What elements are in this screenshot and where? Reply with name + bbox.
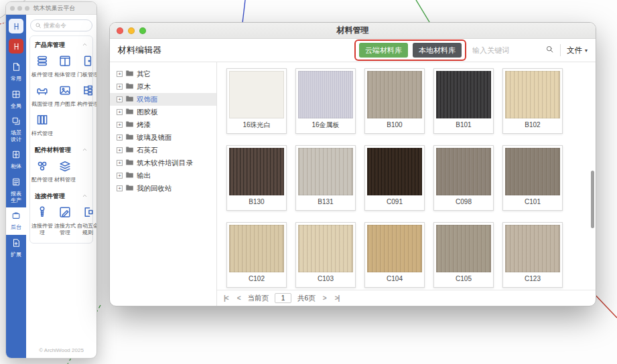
- expand-icon[interactable]: [117, 96, 123, 102]
- sidebar-item-label: 连接方式管理: [54, 223, 76, 236]
- material-card[interactable]: B100: [364, 68, 425, 134]
- material-card[interactable]: B130: [226, 145, 287, 211]
- sidebar-item-材料管理[interactable]: 材料管理: [54, 159, 76, 183]
- tree-item-石英石[interactable]: 石英石: [110, 144, 216, 157]
- section-header[interactable]: 连接件管理: [30, 187, 92, 202]
- next-page-button[interactable]: >: [322, 294, 328, 302]
- command-search-box[interactable]: [30, 19, 92, 31]
- sidebar-item-label: 自动五金规则: [76, 223, 97, 236]
- tree-item-我的回收站[interactable]: 我的回收站: [110, 182, 216, 195]
- tree-item-原木[interactable]: 原木: [110, 80, 216, 93]
- sidebar-item-配件管理[interactable]: 配件管理: [31, 159, 54, 183]
- material-card[interactable]: B101: [433, 68, 494, 134]
- sidebar-item-构件管理[interactable]: 构件管理: [76, 84, 97, 108]
- desktop-canvas: 筑木筑巢云平台 常用全局场景设计柜体报表生产后台扩展 产品库管理板件管理柜体管理…: [0, 0, 617, 364]
- expand-icon[interactable]: [117, 160, 123, 166]
- keyword-search-input[interactable]: [472, 46, 543, 54]
- material-card[interactable]: C105: [433, 222, 494, 288]
- rail-item-后台[interactable]: 后台: [6, 207, 26, 235]
- material-card[interactable]: C098: [433, 145, 494, 211]
- tree-item-双饰面[interactable]: 双饰面: [110, 93, 216, 106]
- current-page-label: 当前页: [247, 294, 269, 303]
- rail-item-全局[interactable]: 全局: [6, 86, 26, 114]
- rail-item-柜体[interactable]: 柜体: [6, 147, 26, 174]
- rail-item-label: 柜体: [10, 163, 22, 170]
- keyword-search-box[interactable]: [472, 44, 554, 56]
- extension-icon: [11, 238, 21, 250]
- rail-item-场景设计[interactable]: 场景设计: [6, 113, 26, 147]
- expand-icon[interactable]: [117, 147, 123, 153]
- material-card[interactable]: 16金属板: [295, 68, 356, 134]
- command-search-input[interactable]: [44, 22, 88, 29]
- dialog-toolbar: 材料编辑器 云端材料库 本地材料库 文件 ▾: [110, 39, 596, 62]
- dialog-titlebar[interactable]: 材料管理: [110, 23, 596, 39]
- material-card[interactable]: C102: [226, 222, 287, 288]
- folder-icon: [125, 69, 134, 79]
- tree-item-筑木软件培训目录[interactable]: 筑木软件培训目录: [110, 157, 216, 169]
- expand-icon[interactable]: [117, 173, 123, 179]
- board-icon: [36, 54, 49, 70]
- last-page-button[interactable]: >|: [334, 294, 341, 302]
- sidebar-item-柜体管理[interactable]: 柜体管理: [54, 54, 76, 78]
- material-card[interactable]: C103: [295, 222, 356, 288]
- material-card[interactable]: C104: [364, 222, 425, 288]
- sidebar-item-label: 用户图库: [54, 101, 76, 108]
- expand-icon[interactable]: [117, 134, 123, 141]
- tree-item-label: 筑木软件培训目录: [137, 159, 193, 168]
- sidebar-item-样式管理[interactable]: 样式管理: [31, 113, 54, 137]
- search-icon: [35, 19, 42, 31]
- material-card[interactable]: C123: [502, 222, 563, 288]
- local-library-button[interactable]: 本地材料库: [413, 43, 462, 58]
- expand-icon[interactable]: [117, 185, 123, 191]
- tree-item-烤漆[interactable]: 烤漆: [110, 118, 216, 131]
- material-swatch: [505, 225, 560, 272]
- dialog-minimize-icon[interactable]: [128, 27, 135, 34]
- first-page-button[interactable]: |<: [222, 294, 230, 302]
- tree-item-图胶板[interactable]: 图胶板: [110, 106, 216, 118]
- material-card[interactable]: C091: [364, 145, 425, 211]
- prev-page-button[interactable]: <: [236, 294, 242, 302]
- chevron-up-icon: [82, 41, 88, 49]
- material-card[interactable]: C101: [502, 145, 563, 211]
- sidebar-item-连接件管理[interactable]: 连接件管理: [31, 205, 54, 236]
- material-swatch: [298, 148, 353, 195]
- sidebar-item-门板管理[interactable]: 门板管理: [76, 54, 97, 78]
- dialog-close-icon[interactable]: [117, 27, 123, 34]
- rail-item-常用[interactable]: 常用: [6, 59, 26, 86]
- material-card[interactable]: B131: [295, 145, 356, 211]
- rail-item-扩展[interactable]: 扩展: [6, 235, 26, 262]
- material-card[interactable]: B102: [502, 68, 563, 134]
- copyright-text: © ArchiWood 2025: [26, 347, 96, 353]
- sidebar-item-板件管理[interactable]: 板件管理: [31, 54, 54, 78]
- file-menu-button[interactable]: 文件 ▾: [567, 46, 588, 56]
- rail-item-报表生产[interactable]: 报表生产: [6, 174, 26, 207]
- tree-item-玻璃及镜面[interactable]: 玻璃及镜面: [110, 131, 216, 144]
- material-card[interactable]: 16珠光白: [226, 68, 287, 134]
- sidebar-item-连接方式管理[interactable]: 连接方式管理: [54, 205, 76, 236]
- expand-icon[interactable]: [117, 122, 123, 128]
- tree-item-其它[interactable]: 其它: [110, 68, 216, 80]
- folder-icon: [125, 158, 134, 168]
- sidebar-item-label: 样式管理: [31, 130, 54, 137]
- dialog-zoom-icon[interactable]: [139, 27, 146, 34]
- material-icon: [58, 159, 72, 175]
- material-name: C104: [367, 272, 422, 285]
- sidebar-item-截面管理[interactable]: 截面管理: [31, 84, 54, 108]
- material-name: B131: [298, 195, 353, 208]
- expand-icon[interactable]: [117, 71, 123, 77]
- section-header[interactable]: 配件材料管理: [30, 141, 92, 156]
- cloud-library-button[interactable]: 云端材料库: [359, 43, 408, 58]
- product-module-icon[interactable]: [9, 39, 23, 54]
- rail-item-label: 场景设计: [10, 130, 22, 143]
- scrollbar-thumb[interactable]: [591, 171, 594, 228]
- app-titlebar[interactable]: 筑木筑巢云平台: [6, 2, 96, 15]
- window-close-icon[interactable]: [10, 6, 15, 11]
- expand-icon[interactable]: [117, 84, 123, 90]
- sidebar-item-用户图库[interactable]: 用户图库: [54, 84, 76, 108]
- sidebar-item-自动五金规则[interactable]: 自动五金规则: [76, 205, 97, 236]
- expand-icon[interactable]: [117, 109, 123, 115]
- material-name: 16金属板: [298, 118, 353, 131]
- page-number-input[interactable]: [275, 293, 291, 303]
- section-header[interactable]: 产品库管理: [30, 36, 92, 51]
- tree-item-输出[interactable]: 输出: [110, 169, 216, 182]
